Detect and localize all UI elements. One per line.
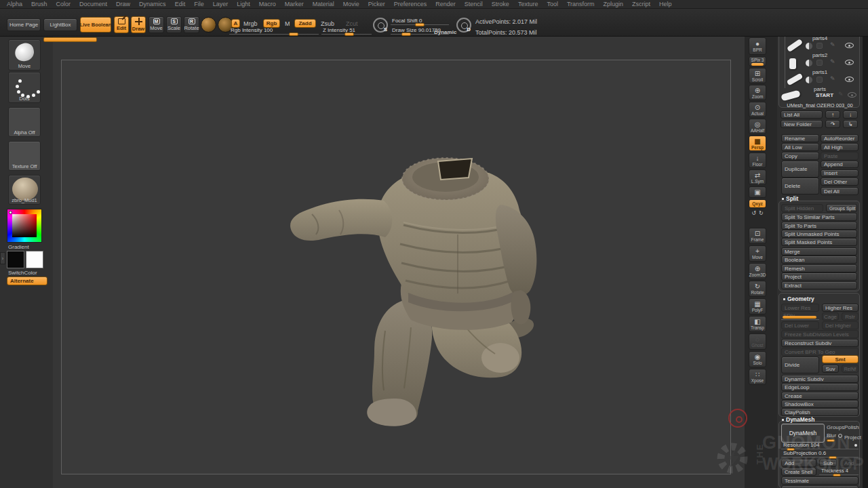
copy-button[interactable]: Copy (781, 152, 819, 160)
crease-button[interactable]: Crease (781, 392, 859, 400)
scale-button[interactable]: SScale (166, 16, 182, 33)
alpha-tile[interactable]: Alpha Off (8, 107, 41, 137)
spix-slider[interactable]: SPix 3 (749, 56, 766, 66)
move-out-folder-button[interactable]: ↳ (843, 120, 858, 128)
menu-item[interactable]: Alpha (7, 1, 22, 7)
active-subtool-name[interactable]: UMesh_final OZERO 003_00 (779, 102, 861, 108)
rgb-intensity-slider[interactable]: Rgb Intensity 100 (229, 27, 319, 35)
menu-item[interactable]: Layer (213, 1, 229, 7)
split-unmasked-button[interactable]: Split Unmasked Points (781, 230, 857, 238)
subtool-visibility-icon[interactable] (845, 60, 854, 65)
menu-item[interactable]: Texture (518, 1, 538, 7)
append-button[interactable]: Append (821, 161, 859, 168)
subtool-visibility-icon[interactable] (845, 77, 854, 82)
stroke-tile[interactable]: Dots (8, 72, 41, 103)
menu-item[interactable]: Stroke (492, 1, 509, 7)
dynamic-label[interactable]: Dynamic (434, 29, 456, 35)
subtool-shader-icon[interactable] (806, 43, 812, 49)
duplicate-button[interactable]: Duplicate (781, 161, 819, 178)
split-masked-button[interactable]: Split Masked Points (781, 238, 857, 246)
menu-item[interactable]: Stencil (465, 1, 483, 7)
subprojection-slider[interactable]: SubProjection 0.6 (781, 450, 859, 458)
frame-button[interactable]: ⊡Frame (749, 228, 766, 244)
merge-button[interactable]: Merge (781, 247, 857, 256)
boolean-button[interactable]: Boolean (781, 256, 857, 264)
floor-button[interactable]: ↓Floor (749, 152, 766, 168)
split-to-parts-button[interactable]: Split To Parts (781, 222, 857, 230)
all-high-button[interactable]: All High (821, 143, 859, 151)
new-folder-button[interactable]: New Folder (781, 120, 823, 128)
subtool-edit-icon[interactable]: ✎ (830, 41, 835, 48)
material-tile[interactable]: zbro_Mud1 (8, 175, 41, 205)
lightbox-progress-bar[interactable] (43, 37, 97, 42)
points-d-icon[interactable]: D (456, 18, 471, 33)
persp-button[interactable]: ▦Persp (749, 136, 766, 151)
edit-button[interactable]: Edit (114, 16, 129, 33)
subtool-visibility-icon[interactable] (845, 43, 854, 48)
nav-move-button[interactable]: +Move (749, 245, 766, 262)
thickness-slider[interactable]: Thickness 4 (819, 468, 859, 475)
bpr-button[interactable]: ●BPR (749, 37, 766, 55)
extract-button[interactable]: Extract (781, 281, 857, 289)
subtool-option-icon[interactable] (816, 60, 823, 66)
subtool-visibility-icon[interactable] (848, 92, 856, 98)
alternate-button[interactable]: Alternate (7, 277, 47, 285)
divide-button[interactable]: Divide (781, 357, 819, 373)
lock-button[interactable]: ▣ (749, 186, 766, 198)
focal-shift-slider[interactable]: Focal Shift 0 (391, 18, 449, 25)
scroll-button[interactable]: ⊞Scroll (749, 68, 766, 83)
blur-radio-icon[interactable] (838, 434, 842, 438)
menu-item[interactable]: Edit (175, 1, 186, 7)
polyf-button[interactable]: ▦PolyF (749, 298, 766, 314)
menu-item[interactable]: Light (237, 1, 250, 7)
rename-button[interactable]: Rename (781, 134, 819, 142)
remesh-button[interactable]: Remesh (781, 264, 857, 272)
polish-toggle[interactable]: Polish (844, 424, 859, 430)
secondary-color-swatch[interactable] (26, 251, 43, 268)
menu-item[interactable]: Draw (116, 1, 130, 7)
all-low-button[interactable]: All Low (781, 143, 819, 151)
zoom-button[interactable]: ⊕Zoom (749, 85, 766, 100)
subtool-option-icon[interactable] (816, 77, 823, 83)
move-button[interactable]: MMove (149, 16, 164, 33)
add-mode-button[interactable]: Add (781, 459, 816, 467)
project-toggle[interactable]: Project (844, 434, 861, 441)
delete-button[interactable]: Delete (781, 178, 819, 195)
menu-item[interactable]: Document (79, 1, 107, 7)
dynamesh-button[interactable]: DynaMesh (781, 424, 825, 443)
menu-item[interactable]: Dynamics (139, 1, 166, 7)
menu-item[interactable]: Color (56, 1, 71, 7)
edgeloop-button[interactable]: EdgeLoop (781, 383, 859, 391)
menu-item[interactable]: Marker (285, 1, 304, 7)
insert-button[interactable]: Insert (821, 169, 859, 177)
claypolish-button[interactable]: ClayPolish (781, 408, 859, 416)
tray-divider-handle[interactable]: › (0, 252, 5, 264)
tessimate-button[interactable]: Tessimate (781, 476, 859, 485)
menu-item[interactable]: Movie (343, 1, 359, 7)
blur-slider-label[interactable]: Blur (827, 432, 836, 439)
split-similar-button[interactable]: Split To Similar Parts (781, 213, 857, 221)
z-intensity-handle[interactable] (344, 33, 354, 36)
project-button[interactable]: Project (781, 272, 857, 281)
subtool-option-icon[interactable] (816, 43, 823, 49)
subtool-row-label[interactable]: parts2 (781, 52, 859, 58)
split-section-header[interactable]: Split (782, 195, 798, 202)
focal-shift-handle[interactable] (415, 23, 425, 26)
subtool-edit-icon[interactable]: ✎ (830, 58, 835, 65)
texture-tile[interactable]: Texture Off (8, 141, 41, 171)
suv-toggle[interactable]: Suv (822, 365, 839, 373)
subtool-edit-icon[interactable]: ✎ (838, 91, 844, 98)
menu-item[interactable]: Preferences (394, 1, 427, 7)
rgb-intensity-handle[interactable] (289, 33, 298, 36)
subtool-shader-icon[interactable] (806, 60, 812, 66)
transp-button[interactable]: ◧Transp (749, 316, 766, 332)
lightbox-button[interactable]: LightBox (43, 18, 77, 31)
draw-size-handle[interactable] (401, 33, 411, 36)
menu-item[interactable]: Zscript (632, 1, 650, 7)
aahalf-button[interactable]: ◎AAHalf (749, 119, 766, 134)
lsym-button[interactable]: ⇄L.Sym (749, 169, 766, 185)
menu-item[interactable]: Tool (547, 1, 558, 7)
zoom3d-button[interactable]: ⊕Zoom3D (749, 263, 766, 279)
color-picker[interactable] (7, 209, 42, 243)
move-to-folder-button[interactable]: ↷ (825, 120, 840, 128)
